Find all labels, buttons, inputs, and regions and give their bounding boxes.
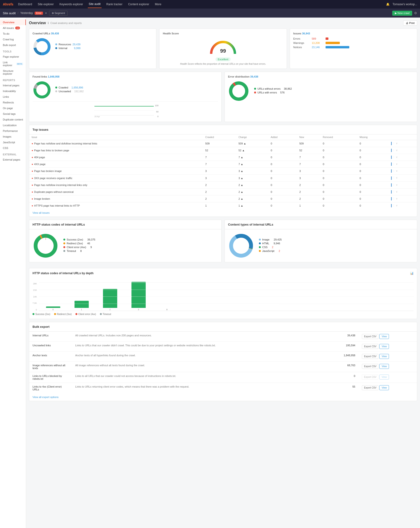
issue-change: 2 ▲ [236, 181, 268, 188]
view-button[interactable]: View [379, 354, 389, 359]
sidebar-item-indexability[interactable]: Indexability [0, 88, 26, 94]
bar-label-2: 2 [109, 308, 111, 311]
row-menu[interactable]: ⋮ ∨ [393, 183, 398, 186]
row-menu[interactable]: ⋮ ∨ [393, 169, 398, 172]
sidebar-item-all-issues[interactable]: All issues 11 [0, 25, 26, 31]
sidebar-item-structure-explorer[interactable]: Structure explorer [0, 68, 26, 77]
sidebar-item-todo[interactable]: To-do [0, 31, 26, 36]
sidebar-item-bulk-export[interactable]: Bulk export [0, 42, 26, 48]
export-csv-button[interactable]: Export CSV [362, 344, 379, 349]
table-row: ●HTTPS page has internal links to HTTP 1… [29, 202, 417, 209]
row-menu[interactable]: ⋮ ∨ [393, 197, 398, 200]
info-icon[interactable]: ℹ [48, 21, 49, 25]
view-all-issues-link[interactable]: View all issues [29, 209, 53, 216]
sidebar-item-on-page[interactable]: On page [0, 105, 26, 111]
row-menu[interactable]: ⋮ ∨ [393, 142, 398, 145]
row-menu[interactable]: ⋮ ∨ [393, 176, 398, 179]
legend-redirect-label: Redirect (3xx) [57, 313, 72, 315]
error-dist-title: Error distribution 39,438 [228, 75, 414, 78]
issue-change: 3 ▲ [236, 175, 268, 181]
sidebar-item-localization[interactable]: Localization [0, 122, 26, 128]
col-removed: Removed [320, 134, 357, 140]
export-csv-button[interactable]: Export CSV [362, 385, 379, 390]
new-crawl-button[interactable]: ▶ New crawl [392, 11, 412, 16]
issue-missing: 0 [357, 168, 389, 175]
sidebar-item-page-explorer[interactable]: Page explorer [0, 54, 26, 60]
page-title: Overview [29, 21, 46, 25]
row-menu[interactable]: ⋮ ∨ [393, 190, 398, 193]
sidebar-item-redirects[interactable]: Redirects [0, 100, 26, 105]
badge-dropdown[interactable]: ▼ [45, 12, 47, 14]
table-row: ●3XX page receives organic traffic 3 3 ▲… [29, 175, 417, 181]
second-cards-row: Found links 1,848,958 Crawled 1,656,896 [29, 72, 417, 122]
row-menu[interactable]: ⋮ ∨ [393, 204, 398, 207]
table-row: ●Page has broken image 3 3 ▲ 0 3 0 0 ⋮ ∨ [29, 168, 417, 175]
settings-icon[interactable]: ⚙ [414, 11, 417, 15]
sidebar-item-internal-pages[interactable]: Internal pages [0, 83, 26, 88]
issue-added: 0 [268, 140, 297, 147]
issues-list: Errors 589 Warnings 13,208 Notices 23,14… [293, 37, 414, 49]
sidebar-item-external-pages[interactable]: External pages [0, 157, 26, 162]
sidebar-item-css[interactable]: CSS [0, 145, 26, 151]
js-label: JavaScript [262, 250, 274, 252]
issue-removed: 0 [320, 181, 357, 188]
sidebar-item-overview[interactable]: Overview [0, 19, 26, 25]
row-menu[interactable]: ⋮ ∨ [393, 156, 398, 158]
error-dot: ● [32, 204, 33, 207]
row-menu[interactable]: ⋮ ∨ [393, 149, 398, 152]
print-button[interactable]: 🖨 Print [403, 20, 417, 26]
image-dot [259, 239, 261, 240]
sidebar-label-link-explorer: Link explorer [3, 61, 15, 67]
view-button[interactable]: View [379, 344, 389, 349]
html-value: 9,946 [274, 242, 280, 245]
sidebar-item-social-tags[interactable]: Social tags [0, 111, 26, 117]
sidebar-item-javascript[interactable]: JavaScript [0, 140, 26, 145]
css-dot [259, 246, 261, 248]
issue-added: 0 [268, 188, 297, 195]
sidebar-item-link-explorer[interactable]: Link explorer BETA [0, 60, 26, 68]
subnav-date[interactable]: Yesterday [20, 11, 33, 15]
sidebar-item-performance[interactable]: Performance [0, 128, 26, 134]
sub-navigation: Site audit / Yesterday Error ▼ ⊕ Segment… [0, 9, 420, 18]
nav-keywords-explorer[interactable]: Keywords explorer [58, 1, 84, 8]
view-button[interactable]: View [379, 364, 389, 369]
issue-change: 509 ▲ [236, 140, 268, 147]
table-row: ●404 page 7 7 ▲ 0 7 0 0 ⋮ ∨ [29, 154, 417, 161]
nav-more[interactable]: More [154, 1, 162, 8]
issue-missing: 0 [357, 188, 389, 195]
nav-rank-tracker[interactable]: Rank tracker [105, 1, 124, 8]
issue-missing: 0 [357, 195, 389, 202]
view-button[interactable]: View [379, 385, 389, 390]
bar-8 [160, 308, 174, 308]
notifications-icon[interactable]: 🔔 [386, 3, 390, 6]
mini-bar [391, 183, 392, 187]
export-csv-button[interactable]: Export CSV [362, 364, 379, 369]
sidebar-item-duplicate-content[interactable]: Duplicate content [0, 117, 26, 122]
row-menu[interactable]: ⋮ ∨ [393, 162, 398, 165]
user-menu[interactable]: Tomasw's worksp... [393, 3, 417, 6]
nav-content-explorer[interactable]: Content explorer [127, 1, 150, 8]
content-types-legend: Image 29,425 HTML 9,946 CSS 2 [259, 238, 282, 253]
issue-crawled: 3 [203, 175, 236, 181]
segment-button[interactable]: ⊕ Segment [49, 11, 68, 16]
view-button[interactable]: View [379, 334, 389, 339]
nav-site-explorer[interactable]: Site explorer [37, 1, 55, 8]
depth-chart-legend: Success (2xx) Redirect (3xx) Client erro… [33, 313, 414, 315]
view-all-export-link[interactable]: View all export options [29, 393, 62, 401]
top-issues-table: Issue Crawled Change Added New Removed M… [29, 134, 417, 209]
sidebar-item-images[interactable]: Images [0, 134, 26, 140]
sidebar-item-crawl-log[interactable]: Crawl log [0, 36, 26, 42]
table-row: ●Page has links to broken page 52 52 ▲ 0… [29, 147, 417, 154]
mini-bar [391, 169, 392, 173]
js-value: 2 [279, 250, 280, 252]
no-errors-label: URLs without errors [258, 87, 281, 90]
bar-label-0: 0 [52, 308, 54, 311]
sidebar-item-links[interactable]: Links [0, 94, 26, 100]
nav-dashboard[interactable]: Dashboard [17, 1, 33, 8]
nav-site-audit[interactable]: Site audit [88, 0, 101, 8]
bar-0 [46, 306, 60, 308]
content-types-card: Content types of internal URLs Image 29,… [224, 220, 417, 262]
issue-change: 52 ▲ [236, 147, 268, 154]
export-csv-button[interactable]: Export CSV [362, 354, 379, 359]
export-csv-button[interactable]: Export CSV [362, 334, 379, 339]
